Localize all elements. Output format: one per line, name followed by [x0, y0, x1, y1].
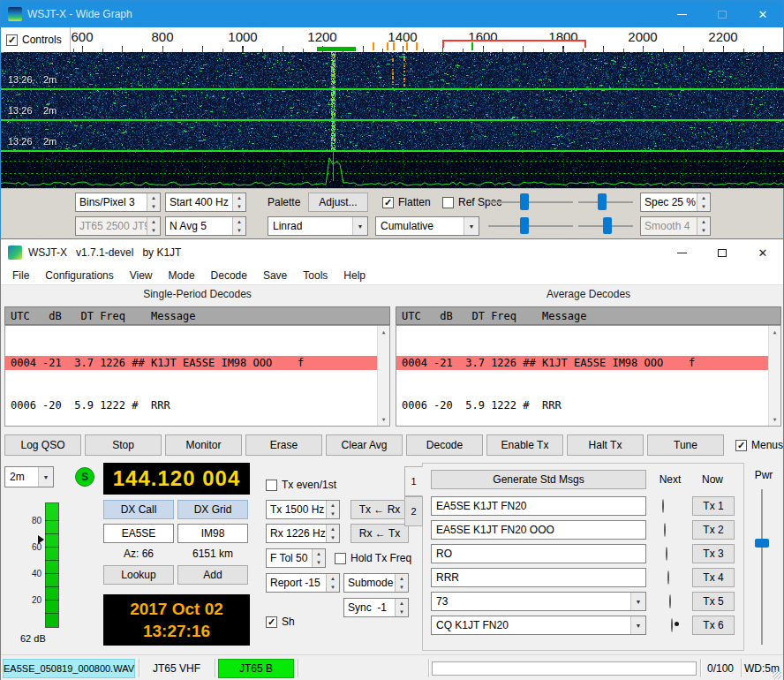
- enable-tx-button[interactable]: Enable Tx: [486, 434, 563, 456]
- pwr-slider[interactable]: [755, 489, 769, 645]
- stop-button[interactable]: Stop: [85, 434, 162, 456]
- chevron-down-icon[interactable]: [464, 217, 479, 235]
- tx1-message-field[interactable]: EA5SE K1JT FN20: [431, 496, 646, 516]
- chevron-down-icon[interactable]: [630, 616, 645, 634]
- tab-2[interactable]: 2: [404, 496, 423, 526]
- display-mode-combo[interactable]: Cumulative: [375, 216, 479, 236]
- dx-call-field[interactable]: EA5SE: [103, 524, 174, 543]
- next-radio-3[interactable]: [666, 547, 667, 561]
- average-decode-row-1[interactable]: 0004 -21 3.7 1226 ## K1JT EA5SE IM98 OOO…: [396, 356, 780, 370]
- tx5-button[interactable]: Tx 5: [692, 592, 735, 611]
- scroll-up-icon[interactable]: [769, 326, 780, 338]
- hold-tx-freq-checkbox[interactable]: Hold Tx Freq: [335, 552, 411, 564]
- tx2-button[interactable]: Tx 2: [692, 520, 735, 540]
- smooth-spinner[interactable]: Smooth 4: [640, 216, 711, 236]
- menu-file[interactable]: File: [4, 266, 37, 285]
- rx-from-tx-button[interactable]: Rx ← Tx: [351, 524, 409, 543]
- spinner-arrows-icon[interactable]: [312, 549, 325, 567]
- tx4-button[interactable]: Tx 4: [692, 568, 735, 587]
- rx-freq-spinner[interactable]: Rx 1226 Hz: [266, 524, 340, 543]
- menu-view[interactable]: View: [122, 266, 161, 285]
- bins-pixel-spinner[interactable]: Bins/Pixel 3: [75, 193, 161, 212]
- menu-configurations[interactable]: Configurations: [37, 266, 121, 285]
- spinner-arrows-icon[interactable]: [147, 193, 160, 211]
- tx5-message-combo[interactable]: 73: [431, 592, 646, 611]
- minimize-icon[interactable]: [661, 239, 702, 266]
- palette-combo[interactable]: Linrad: [268, 216, 368, 236]
- spectrum-zero-slider[interactable]: [578, 216, 633, 236]
- single-decode-row-1[interactable]: 0004 -21 3.7 1226 ## K1JT EA5SE IM98 OOO…: [5, 356, 389, 370]
- spinner-arrows-icon[interactable]: [395, 574, 408, 592]
- average-decodes-panel[interactable]: 0004 -21 3.7 1226 ## K1JT EA5SE IM98 OOO…: [396, 325, 781, 427]
- spectrum-gain-slider[interactable]: [488, 216, 573, 236]
- next-radio-1[interactable]: [662, 499, 664, 513]
- decode-button[interactable]: Decode: [406, 434, 483, 456]
- wide-graph-titlebar[interactable]: WSJT-X - Wide Graph ✕: [1, 1, 783, 27]
- log-qso-button[interactable]: Log QSO: [4, 434, 81, 456]
- spinner-arrows-icon[interactable]: [395, 599, 408, 616]
- dx-grid-button[interactable]: DX Grid: [177, 500, 248, 519]
- tx1-button[interactable]: Tx 1: [692, 496, 735, 516]
- sh-checkbox[interactable]: Sh: [266, 616, 295, 628]
- frequency-scale[interactable]: Controls 600 800 1000 1200 1400 1600 180…: [1, 27, 783, 52]
- maximize-icon[interactable]: [702, 239, 743, 266]
- slider-handle[interactable]: [603, 217, 612, 234]
- add-button[interactable]: Add: [177, 565, 248, 585]
- slider-handle[interactable]: [520, 217, 529, 234]
- menu-mode[interactable]: Mode: [161, 266, 203, 285]
- spinner-arrows-icon[interactable]: [232, 193, 245, 211]
- band-combo[interactable]: 2m: [4, 466, 54, 487]
- tx4-message-field[interactable]: RRR: [431, 568, 646, 587]
- spinner-arrows-icon[interactable]: [326, 501, 339, 518]
- close-icon[interactable]: ✕: [743, 239, 783, 266]
- dx-grid-field[interactable]: IM98: [177, 524, 248, 543]
- menus-checkbox[interactable]: Menus: [735, 439, 783, 451]
- menu-help[interactable]: Help: [335, 266, 373, 285]
- spinner-arrows-icon[interactable]: [697, 217, 710, 235]
- controls-checkbox[interactable]: Controls: [6, 34, 62, 46]
- tx-from-rx-button[interactable]: Tx ← Rx: [351, 500, 409, 519]
- next-radio-4[interactable]: [667, 570, 669, 585]
- scrollbar[interactable]: [768, 326, 780, 426]
- next-radio-5[interactable]: [669, 594, 671, 608]
- scroll-down-icon[interactable]: [378, 413, 389, 426]
- dx-call-button[interactable]: DX Call: [103, 500, 174, 519]
- menu-decode[interactable]: Decode: [203, 266, 255, 285]
- spinner-arrows-icon[interactable]: [697, 193, 710, 211]
- waterfall-display[interactable]: [1, 52, 784, 188]
- waterfall-zero-slider[interactable]: [578, 193, 633, 212]
- waterfall-gain-slider[interactable]: [488, 193, 573, 212]
- submode-spinner[interactable]: Submode B: [343, 573, 409, 593]
- halt-tx-button[interactable]: Halt Tx: [567, 434, 644, 456]
- minimize-icon[interactable]: [661, 1, 702, 27]
- tx2-message-field[interactable]: EA5SE K1JT FN20 OOO: [431, 520, 646, 540]
- scrollbar[interactable]: [377, 326, 389, 426]
- next-radio-2[interactable]: [664, 523, 666, 537]
- n-avg-spinner[interactable]: N Avg 5: [165, 216, 246, 236]
- f-tol-spinner[interactable]: F Tol 50: [266, 548, 326, 568]
- next-radio-6[interactable]: [671, 618, 673, 632]
- tx3-button[interactable]: Tx 3: [692, 544, 735, 563]
- report-spinner[interactable]: Report -15: [266, 573, 340, 593]
- single-decodes-panel[interactable]: 0004 -21 3.7 1226 ## K1JT EA5SE IM98 OOO…: [4, 325, 390, 427]
- tx3-message-field[interactable]: RO: [431, 544, 646, 563]
- maximize-icon[interactable]: [702, 1, 743, 27]
- spec-percent-spinner[interactable]: Spec 25 %: [640, 193, 711, 212]
- sync-spinner[interactable]: Sync -1: [343, 598, 409, 617]
- flatten-checkbox[interactable]: Flatten: [382, 196, 431, 208]
- chevron-down-icon[interactable]: [630, 593, 645, 610]
- single-decode-row-2[interactable]: 0006 -20 5.9 1222 # RRR: [5, 398, 389, 412]
- chevron-down-icon[interactable]: [38, 467, 53, 487]
- average-decode-row-2[interactable]: 0006 -20 5.9 1222 # RRR: [396, 398, 780, 412]
- spinner-arrows-icon[interactable]: [326, 574, 339, 592]
- tx6-message-combo[interactable]: CQ K1JT FN20: [431, 616, 646, 635]
- tx-even-checkbox[interactable]: Tx even/1st: [266, 479, 336, 491]
- tx-freq-spinner[interactable]: Tx 1500 Hz: [266, 500, 340, 519]
- tune-button[interactable]: Tune: [647, 434, 724, 456]
- adjust-button[interactable]: Adjust...: [308, 193, 368, 212]
- main-titlebar[interactable]: WSJT-X v1.7.1-devel by K1JT ✕: [1, 239, 783, 266]
- lookup-button[interactable]: Lookup: [103, 565, 174, 585]
- menu-tools[interactable]: Tools: [295, 266, 335, 285]
- tx6-button[interactable]: Tx 6: [692, 616, 735, 635]
- clear-avg-button[interactable]: Clear Avg: [326, 434, 403, 456]
